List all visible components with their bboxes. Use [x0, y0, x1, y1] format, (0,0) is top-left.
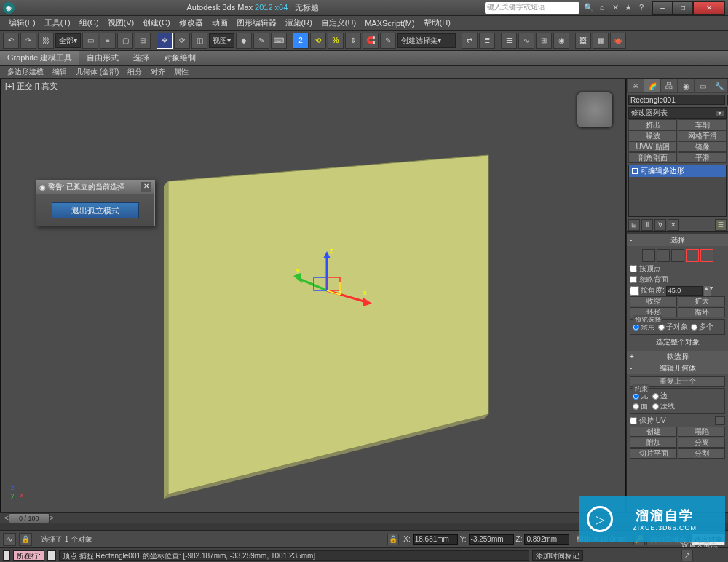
remove-mod-icon[interactable]: ✕ [668, 219, 679, 231]
menu-views[interactable]: 视图(V) [103, 17, 139, 28]
snap-percent-icon[interactable]: % [328, 33, 344, 49]
preserve-uv-checkbox[interactable] [630, 417, 637, 424]
select-region-icon[interactable]: ▢ [117, 33, 133, 49]
viewport[interactable]: [+] 正交 [] 真实 z x y [0, 79, 626, 512]
typein-x-input[interactable]: 18.681mm [413, 534, 458, 545]
preview-multi-radio[interactable] [691, 324, 697, 331]
select-name-icon[interactable]: ≡ [100, 33, 116, 49]
scale-icon[interactable]: ◫ [191, 33, 207, 49]
grow-button[interactable]: 扩大 [678, 296, 725, 306]
viewport-canvas[interactable]: z x y [1, 79, 625, 507]
exchange-icon[interactable]: ✕ [610, 3, 620, 13]
menu-help[interactable]: 帮助(H) [419, 17, 455, 28]
angle-spinner[interactable]: ▲▼ [704, 286, 711, 296]
typein-z-input[interactable]: 0.892mm [524, 534, 569, 545]
constraint-face-radio[interactable] [633, 403, 639, 410]
tab-freeform[interactable]: 自由形式 [79, 51, 126, 65]
sub-props[interactable]: 属性 [170, 67, 193, 77]
collapse-button[interactable]: 塌陷 [678, 427, 725, 437]
minimize-button[interactable]: – [652, 1, 673, 15]
snap-angle-icon[interactable]: ⟲ [310, 33, 326, 49]
selection-lock-icon[interactable]: 🔒 [19, 533, 32, 546]
exit-isolate-button[interactable]: 退出孤立模式 [52, 202, 139, 218]
menu-tools[interactable]: 工具(T) [40, 17, 75, 28]
dialog-close-icon[interactable]: ✕ [141, 182, 151, 192]
constraint-normal-radio[interactable] [652, 403, 659, 410]
object-name-input[interactable] [628, 95, 725, 105]
mirror-icon[interactable]: ⇄ [462, 33, 478, 49]
add-time-tag-button[interactable]: 添加时间标记 [532, 550, 583, 561]
close-button[interactable]: ✕ [693, 1, 725, 15]
mod-extrude-button[interactable]: 挤出 [628, 119, 677, 130]
menu-customize[interactable]: 自定义(U) [317, 17, 360, 28]
listener-icon[interactable] [47, 550, 56, 561]
menu-edit[interactable]: 编辑(E) [4, 17, 40, 28]
script-input-icon[interactable] [3, 550, 10, 561]
sub-geomall[interactable]: 几何体 (全部) [71, 67, 123, 77]
curve-editor-icon[interactable]: ∿ [518, 33, 534, 49]
attach-button[interactable]: 附加 [630, 438, 677, 448]
material-editor-icon[interactable]: ◉ [553, 33, 569, 49]
link-icon[interactable]: ⛓ [38, 33, 54, 49]
edge-level-icon[interactable] [657, 249, 670, 262]
rollout-selection-header[interactable]: -选择 [627, 234, 728, 246]
render-icon[interactable]: 🫖 [610, 33, 626, 49]
stack-item-editable-poly[interactable]: 可编辑多边形 [629, 165, 726, 177]
schematic-icon[interactable]: ⊞ [536, 33, 552, 49]
rollout-softsel-header[interactable]: +软选择 [627, 351, 728, 363]
render-frame-icon[interactable]: ▦ [593, 33, 609, 49]
border-level-icon[interactable] [671, 249, 684, 262]
manip-icon[interactable]: ✎ [253, 33, 269, 49]
tab-objectpaint[interactable]: 对象绘制 [157, 51, 203, 65]
menu-rendering[interactable]: 渲染(R) [281, 17, 317, 28]
modifier-stack[interactable]: 可编辑多边形 [628, 165, 727, 217]
split-button[interactable]: 分割 [678, 448, 725, 459]
search-icon[interactable]: 🔍 [584, 3, 594, 13]
select-icon[interactable]: ▭ [82, 33, 98, 49]
polygon-level-icon[interactable] [686, 249, 699, 262]
element-level-icon[interactable] [700, 249, 713, 262]
move-icon[interactable]: ✥ [157, 33, 173, 49]
create-button[interactable]: 创建 [630, 427, 677, 437]
edit-named-sel-icon[interactable]: ✎ [380, 33, 396, 49]
by-angle-checkbox[interactable] [630, 286, 639, 296]
mod-chamferprof-button[interactable]: 剖角剖面 [628, 152, 677, 163]
typein-y-input[interactable]: -3.259mm [469, 534, 514, 545]
by-vertex-checkbox[interactable] [630, 265, 637, 272]
constraint-edge-radio[interactable] [652, 393, 659, 400]
show-end-icon[interactable]: Ⅱ [641, 219, 653, 231]
help-icon[interactable]: ? [636, 3, 646, 13]
keytangent-icon[interactable]: ↗ [681, 550, 693, 561]
rollout-editgeo-header[interactable]: -编辑几何体 [627, 363, 728, 374]
tab-graphite[interactable]: Graphite 建模工具 [0, 51, 79, 65]
tab-display-icon[interactable]: ▭ [695, 79, 711, 92]
maximize-button[interactable]: □ [673, 1, 693, 15]
menu-animation[interactable]: 动画 [207, 17, 232, 28]
pivot-icon[interactable]: ◆ [236, 33, 252, 49]
selection-filter-dropdown[interactable]: 全部 ▾ [55, 33, 81, 48]
snap2d-icon[interactable]: 2 [293, 33, 309, 49]
layer-icon[interactable]: ☰ [501, 33, 517, 49]
ignore-backfacing-checkbox[interactable] [630, 276, 637, 283]
subscription-icon[interactable]: ⌂ [597, 3, 607, 13]
tab-create-icon[interactable]: ✳ [628, 79, 644, 92]
configure-sets-icon[interactable]: ☰ [715, 219, 727, 231]
menu-grapheditors[interactable]: 图形编辑器 [232, 17, 281, 28]
align-icon[interactable]: ≣ [479, 33, 495, 49]
refcoord-dropdown[interactable]: 视图 ▾ [209, 33, 234, 48]
slice-plane-button[interactable]: 切片平面 [630, 448, 677, 459]
window-crossing-icon[interactable]: ⊞ [135, 33, 151, 49]
redo-icon[interactable]: ↷ [20, 33, 36, 49]
sub-polymodel[interactable]: 多边形建模 [3, 67, 48, 77]
tab-motion-icon[interactable]: ◉ [678, 79, 694, 92]
spinner-snap-icon[interactable]: ⇕ [345, 33, 361, 49]
magnet-icon[interactable]: 🧲 [363, 33, 379, 49]
mini-curve-icon[interactable]: ∿ [3, 533, 16, 546]
tab-modify-icon[interactable]: 🌈 [644, 79, 660, 92]
viewcube[interactable] [577, 92, 612, 127]
tab-selection[interactable]: 选择 [126, 51, 157, 65]
rotate-icon[interactable]: ⟳ [174, 33, 190, 49]
mod-meshsmooth-button[interactable]: 网格平滑 [678, 130, 727, 141]
dialog-titlebar[interactable]: ◉ 警告: 已孤立的当前选择 ✕ [36, 181, 154, 194]
menu-modifiers[interactable]: 修改器 [175, 17, 207, 28]
